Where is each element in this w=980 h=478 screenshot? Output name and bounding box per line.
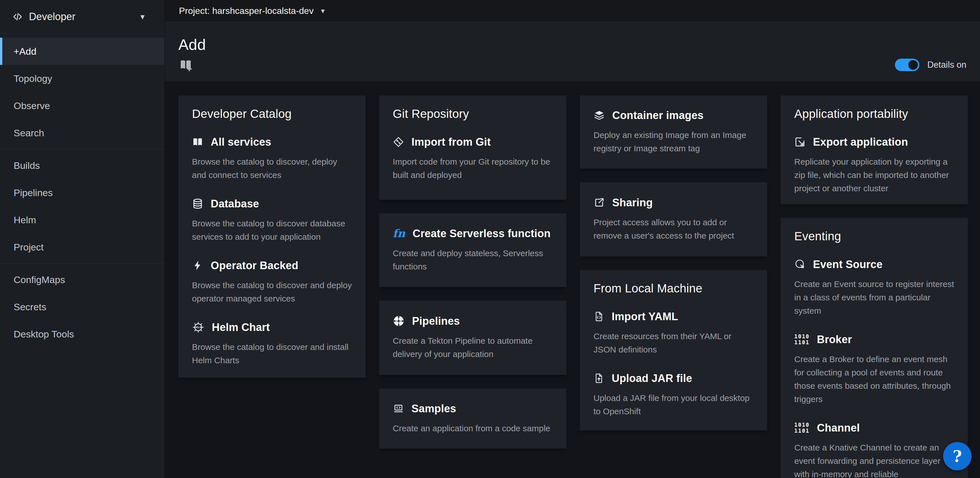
- item-export-application[interactable]: Export applicationReplicate your applica…: [794, 136, 954, 195]
- item-create-serverless-function[interactable]: fnCreate Serverless functionCreate and d…: [393, 227, 553, 273]
- sidebar-nav: +AddTopologyObserveSearchBuildsPipelines…: [0, 34, 164, 348]
- card-items: PipelinesCreate a Tekton Pipeline to aut…: [393, 315, 553, 361]
- masthead: Project: harshcasper-localsta-dev ▾: [165, 0, 980, 22]
- sidebar-item-pipelines[interactable]: Pipelines: [0, 179, 164, 206]
- sidebar-item-observe[interactable]: Observe: [0, 92, 164, 119]
- card-title: Application portability: [794, 107, 954, 121]
- sidebar-item-secrets[interactable]: Secrets: [0, 293, 164, 321]
- bolt-icon: [192, 260, 203, 271]
- git-icon: [393, 136, 404, 148]
- tekton-icon: [393, 315, 405, 327]
- card-items: Import YAMLCreate resources from their Y…: [593, 310, 753, 418]
- card-items: Import from GitImport code from your Git…: [393, 136, 553, 182]
- item-channel[interactable]: 1010 1101ChannelCreate a Knative Channel…: [794, 422, 954, 478]
- item-description: Project access allows you to add or remo…: [593, 216, 753, 242]
- item-head: 1010 1101Channel: [794, 422, 954, 434]
- item-description: Create an application from a code sample: [393, 422, 553, 435]
- item-database[interactable]: DatabaseBrowse the catalog to discover d…: [192, 197, 352, 243]
- project-selector[interactable]: Project: harshcasper-localsta-dev ▾: [179, 6, 325, 16]
- item-helm-chart[interactable]: HELMHelm ChartBrowse the catalog to disc…: [192, 321, 352, 367]
- card-pipelines: PipelinesCreate a Tekton Pipeline to aut…: [379, 301, 566, 375]
- item-head: 1010 1101Broker: [794, 333, 954, 346]
- item-head: HELMHelm Chart: [192, 321, 352, 333]
- sidebar-item-search[interactable]: Search: [0, 119, 164, 146]
- item-label: Operator Backed: [211, 259, 298, 272]
- card-column: Git RepositoryImport from GitImport code…: [379, 95, 566, 449]
- fn-icon: fn: [393, 228, 405, 239]
- export-icon: [794, 136, 806, 148]
- chevron-down-icon: ▾: [140, 13, 145, 21]
- item-broker[interactable]: 1010 1101BrokerCreate a Broker to define…: [794, 333, 954, 406]
- code-icon: [13, 12, 23, 22]
- card-title: Eventing: [794, 229, 954, 243]
- card-items: All servicesBrowse the catalog to discov…: [192, 136, 352, 367]
- sidebar-item-label: Search: [14, 127, 44, 138]
- sidebar-nav-group: ConfigMapsSecretsDesktop Tools: [0, 263, 164, 348]
- item-description: Import code from your Git repository to …: [393, 155, 553, 182]
- card-sharing: SharingProject access allows you to add …: [580, 182, 767, 256]
- item-container-images[interactable]: Container imagesDeploy an existing Image…: [593, 109, 753, 155]
- help-button[interactable]: ?: [943, 442, 972, 470]
- item-operator-backed[interactable]: Operator BackedBrowse the catalog to dis…: [192, 259, 352, 305]
- item-import-yaml[interactable]: Import YAMLCreate resources from their Y…: [593, 310, 753, 356]
- sidebar-item-add[interactable]: +Add: [0, 38, 164, 65]
- item-label: All services: [211, 136, 271, 148]
- item-event-source[interactable]: Event SourceCreate an Event source to re…: [794, 258, 954, 318]
- details-toggle[interactable]: [895, 59, 919, 71]
- sidebar-item-desktop-tools[interactable]: Desktop Tools: [0, 321, 164, 348]
- item-description: Deploy an existing Image from an Image r…: [593, 129, 753, 155]
- card-items: SharingProject access allows you to add …: [593, 196, 753, 242]
- card-from-local-machine: From Local MachineImport YAMLCreate reso…: [580, 270, 767, 430]
- card-title: Git Repository: [393, 107, 553, 121]
- card-items: Container imagesDeploy an existing Image…: [593, 109, 753, 155]
- add-page-content: Developer CatalogAll servicesBrowse the …: [165, 81, 980, 478]
- item-description: Create a Knative Channel to create an ev…: [794, 441, 954, 478]
- sidebar-item-configmaps[interactable]: ConfigMaps: [0, 266, 164, 293]
- item-upload-jar-file[interactable]: Upload JAR fileUpload a JAR file from yo…: [593, 372, 753, 418]
- sidebar-item-topology[interactable]: Topology: [0, 65, 164, 92]
- card-serverless: fnCreate Serverless functionCreate and d…: [379, 213, 566, 287]
- layers-icon: [593, 110, 605, 121]
- file-upload-icon: [593, 373, 604, 384]
- item-sharing[interactable]: SharingProject access allows you to add …: [593, 196, 753, 242]
- helm-icon: HELM: [192, 321, 204, 333]
- item-pipelines[interactable]: PipelinesCreate a Tekton Pipeline to aut…: [393, 315, 553, 361]
- perspective-label: Developer: [29, 11, 75, 23]
- sidebar-item-label: Helm: [14, 214, 36, 226]
- toggle-knob: [908, 60, 918, 70]
- card-title: From Local Machine: [593, 281, 753, 295]
- details-toggle-group: Details on: [895, 59, 966, 71]
- sidebar-item-project[interactable]: Project: [0, 233, 164, 261]
- item-description: Browse the catalog to discover and deplo…: [192, 278, 352, 305]
- book-plus-icon[interactable]: [178, 58, 193, 71]
- item-samples[interactable]: SamplesCreate an application from a code…: [393, 402, 553, 435]
- help-button-label: ?: [953, 447, 962, 465]
- item-description: Browse the catalog to discover, deploy a…: [192, 155, 352, 182]
- item-label: Import YAML: [612, 310, 678, 323]
- main-area: Project: harshcasper-localsta-dev ▾ Add …: [165, 0, 980, 478]
- item-label: Create Serverless function: [413, 227, 551, 240]
- binary-icon: 1010 1101: [794, 422, 810, 434]
- laptop-code-icon: [393, 403, 404, 414]
- item-all-services[interactable]: All servicesBrowse the catalog to discov…: [192, 136, 352, 182]
- share-icon: [593, 197, 605, 208]
- item-label: Event Source: [813, 258, 883, 271]
- item-label: Container images: [612, 109, 703, 122]
- perspective-switcher[interactable]: Developer ▾: [0, 0, 164, 34]
- card-column: Application portabilityExport applicatio…: [781, 95, 968, 478]
- sidebar-item-builds[interactable]: Builds: [0, 152, 164, 179]
- card-git-repository: Git RepositoryImport from GitImport code…: [379, 95, 566, 200]
- item-head: Database: [192, 197, 352, 210]
- card-items: SamplesCreate an application from a code…: [393, 402, 553, 435]
- item-description: Create an Event source to register inter…: [794, 277, 954, 318]
- sidebar-item-helm[interactable]: Helm: [0, 206, 164, 233]
- item-import-from-git[interactable]: Import from GitImport code from your Git…: [393, 136, 553, 182]
- sidebar-item-label: Topology: [14, 73, 52, 84]
- card-items: Export applicationReplicate your applica…: [794, 136, 954, 195]
- sidebar: Developer ▾ +AddTopologyObserveSearchBui…: [0, 0, 165, 478]
- card-eventing: EventingEvent SourceCreate an Event sour…: [781, 218, 968, 478]
- event-source-icon: [794, 259, 806, 270]
- sidebar-nav-group: +AddTopologyObserveSearch: [0, 38, 164, 146]
- sidebar-item-label: Pipelines: [14, 187, 53, 199]
- card-title: Developer Catalog: [192, 107, 352, 121]
